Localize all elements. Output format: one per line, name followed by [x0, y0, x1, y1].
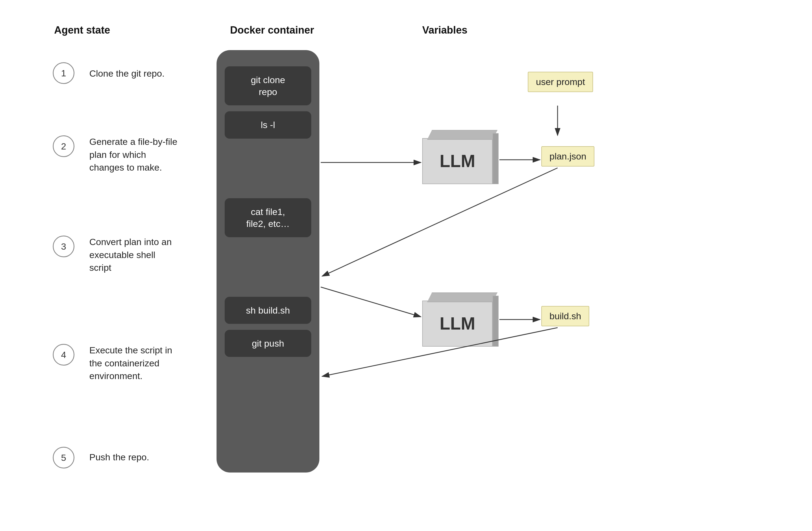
docker-panel: git clone repo ls -l cat file1, file2, e… [217, 50, 319, 473]
step-circle-3: 3 [53, 235, 74, 257]
header-docker: Docker container [230, 24, 314, 36]
var-build-sh: build.sh [541, 306, 589, 326]
step-text-5: Push the repo. [89, 451, 192, 464]
step-circle-5: 5 [53, 447, 74, 469]
llm-box-2: LLM [422, 292, 498, 347]
header-agent-state: Agent state [54, 24, 110, 36]
step-text-1: Clone the git repo. [89, 67, 192, 80]
var-plan-json: plan.json [541, 146, 594, 167]
header-variables: Variables [422, 24, 467, 36]
svg-line-4 [322, 168, 557, 276]
cmd-git-push: git push [224, 330, 311, 357]
step-text-4: Execute the script in the containerized … [89, 344, 203, 383]
var-user-prompt: user prompt [528, 72, 593, 92]
cmd-sh-build: sh build.sh [224, 297, 311, 324]
step-circle-4: 4 [53, 344, 74, 365]
cmd-cat: cat file1, file2, etc… [224, 198, 311, 237]
svg-line-5 [321, 287, 421, 317]
cmd-ls: ls -l [224, 111, 311, 138]
diagram: Agent state Docker container Variables 1… [0, 0, 812, 531]
step-text-2: Generate a file-by-file plan for which c… [89, 135, 198, 174]
step-circle-2: 2 [53, 135, 74, 157]
llm-box-1: LLM [422, 130, 498, 184]
cmd-git-clone: git clone repo [224, 66, 311, 105]
step-text-3: Convert plan into an executable shell sc… [89, 235, 203, 274]
step-circle-1: 1 [53, 62, 74, 84]
